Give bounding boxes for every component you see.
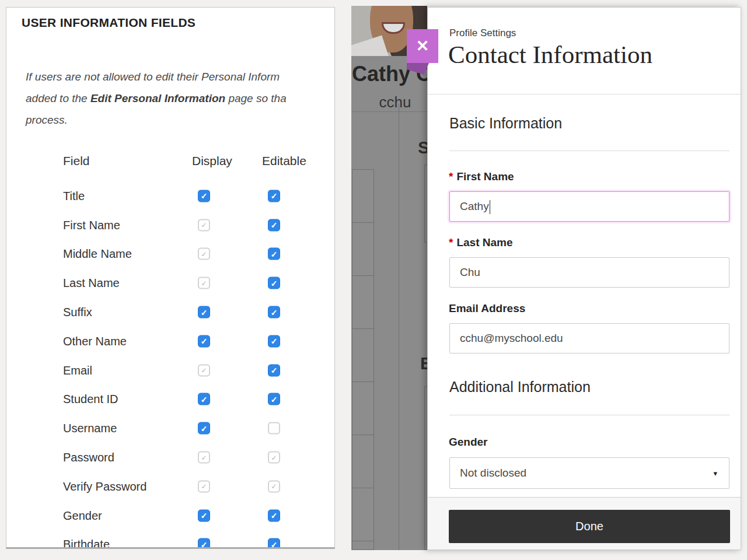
display-checkbox-middle-name: ✓ <box>198 248 210 260</box>
background-partial-heading-e: E <box>420 354 427 373</box>
editable-checkbox-password: ✓ <box>268 452 280 464</box>
display-checkbox-username[interactable]: ✓ <box>198 422 210 435</box>
table-row-other-name: Other Name✓✓ <box>6 327 334 356</box>
panel-description: If users are not allowed to edit their P… <box>26 66 335 131</box>
table-row-first-name: First Name✓✓ <box>6 211 334 240</box>
email-address-label: Email Address <box>449 302 525 315</box>
display-checkbox-title[interactable]: ✓ <box>198 190 210 202</box>
display-checkbox-password: ✓ <box>198 452 210 464</box>
field-label-gender: Gender <box>63 509 102 522</box>
table-rows: Title✓✓First Name✓✓Middle Name✓✓Last Nam… <box>6 181 334 549</box>
field-label-birthdate: Birthdate <box>63 538 110 549</box>
table-row-suffix: Suffix✓✓ <box>6 298 334 327</box>
description-line-2: added to the Edit Personal Information p… <box>26 88 335 109</box>
display-checkbox-email: ✓ <box>198 364 210 376</box>
gender-label: Gender <box>449 436 488 449</box>
table-row-gender: Gender✓✓ <box>6 501 334 530</box>
background-divider <box>351 111 427 112</box>
display-checkbox-gender[interactable]: ✓ <box>198 509 210 522</box>
section-additional-information: Additional Information <box>449 379 591 396</box>
panel-heading: Contact Information <box>448 40 652 69</box>
required-asterisk: * <box>449 170 453 183</box>
editable-checkbox-title[interactable]: ✓ <box>268 190 280 202</box>
description-line-1: If users are not allowed to edit their P… <box>26 66 335 88</box>
caret-down-icon: ▾ <box>713 469 717 478</box>
editable-checkbox-other-name[interactable]: ✓ <box>268 335 280 347</box>
table-row-email: Email✓✓ <box>6 356 334 385</box>
display-checkbox-suffix[interactable]: ✓ <box>198 306 210 318</box>
dimmed-profile-page-background: Cathy Chu cchu S E <box>351 6 427 550</box>
last-name-label: *Last Name <box>449 236 513 249</box>
editable-checkbox-username[interactable] <box>268 422 280 435</box>
table-row-password: Password✓✓ <box>6 443 334 472</box>
display-checkbox-first-name: ✓ <box>198 219 210 231</box>
field-label-middle-name: Middle Name <box>63 247 132 261</box>
editable-checkbox-email[interactable]: ✓ <box>268 364 280 376</box>
table-header: Field Display Editable <box>6 154 334 174</box>
background-card-stack <box>352 169 374 550</box>
column-header-display: Display <box>192 154 232 168</box>
table-row-last-name: Last Name✓✓ <box>6 268 334 298</box>
table-row-title: Title✓✓ <box>6 181 334 211</box>
last-name-field[interactable]: Chu <box>449 257 729 288</box>
close-icon[interactable]: ✕ <box>407 29 438 63</box>
display-checkbox-student-id[interactable]: ✓ <box>198 393 210 405</box>
additional-section-divider <box>449 415 729 415</box>
display-checkbox-other-name[interactable]: ✓ <box>198 335 210 347</box>
table-row-birthdate: Birthdate✓✓ <box>6 530 334 549</box>
field-label-verify-password: Verify Password <box>63 480 146 493</box>
first-name-label: *First Name <box>449 170 514 183</box>
table-row-username: Username✓ <box>6 414 334 443</box>
editable-checkbox-middle-name[interactable]: ✓ <box>268 248 280 260</box>
column-header-field: Field <box>63 154 90 168</box>
editable-checkbox-gender[interactable]: ✓ <box>268 509 280 522</box>
field-label-email: Email <box>63 363 92 377</box>
display-checkbox-birthdate[interactable]: ✓ <box>198 538 210 549</box>
field-label-last-name: Last Name <box>63 276 120 290</box>
field-label-password: Password <box>63 451 114 464</box>
table-row-verify-password: Verify Password✓✓ <box>6 472 334 501</box>
gender-selected-value: Not disclosed <box>460 467 526 480</box>
panel-title: USER INFORMATION FIELDS <box>22 16 196 30</box>
display-checkbox-verify-password: ✓ <box>198 480 210 492</box>
editable-checkbox-last-name[interactable]: ✓ <box>268 277 280 289</box>
description-line-3: process. <box>26 109 335 131</box>
editable-checkbox-verify-password: ✓ <box>268 480 280 492</box>
user-information-fields-panel: USER INFORMATION FIELDS If users are not… <box>6 7 335 549</box>
first-name-field[interactable]: Cathy <box>449 191 729 222</box>
profile-username: cchu <box>363 93 427 111</box>
field-label-student-id: Student ID <box>63 393 118 406</box>
done-button[interactable]: Done <box>449 510 730 543</box>
table-row-middle-name: Middle Name✓✓ <box>6 240 334 269</box>
editable-checkbox-first-name[interactable]: ✓ <box>268 219 280 231</box>
header-divider <box>428 94 741 94</box>
background-vertical-divider <box>399 104 399 550</box>
editable-checkbox-suffix[interactable]: ✓ <box>268 306 280 318</box>
field-label-first-name: First Name <box>63 218 120 232</box>
display-checkbox-last-name: ✓ <box>198 277 210 289</box>
column-header-editable: Editable <box>262 154 306 168</box>
required-asterisk: * <box>449 236 453 249</box>
panel-eyebrow: Profile Settings <box>449 27 516 39</box>
field-label-other-name: Other Name <box>63 334 127 348</box>
profile-settings-panel: Profile Settings Contact Information Bas… <box>427 7 741 550</box>
field-label-suffix: Suffix <box>63 306 92 319</box>
panel-footer: Done <box>428 497 741 550</box>
text-cursor <box>490 200 491 214</box>
editable-checkbox-birthdate[interactable]: ✓ <box>268 538 280 549</box>
field-label-title: Title <box>63 189 85 202</box>
section-basic-information: Basic Information <box>449 115 562 132</box>
editable-checkbox-student-id[interactable]: ✓ <box>268 393 280 405</box>
table-row-student-id: Student ID✓✓ <box>6 385 334 414</box>
email-address-field[interactable]: cchu@myschool.edu <box>449 323 729 354</box>
fields-table: Field Display Editable Title✓✓First Name… <box>6 154 334 174</box>
field-label-username: Username <box>63 422 117 435</box>
background-partial-heading-s: S <box>418 138 427 158</box>
basic-section-divider <box>449 150 729 151</box>
gender-select[interactable]: Not disclosed ▾ <box>449 457 729 489</box>
